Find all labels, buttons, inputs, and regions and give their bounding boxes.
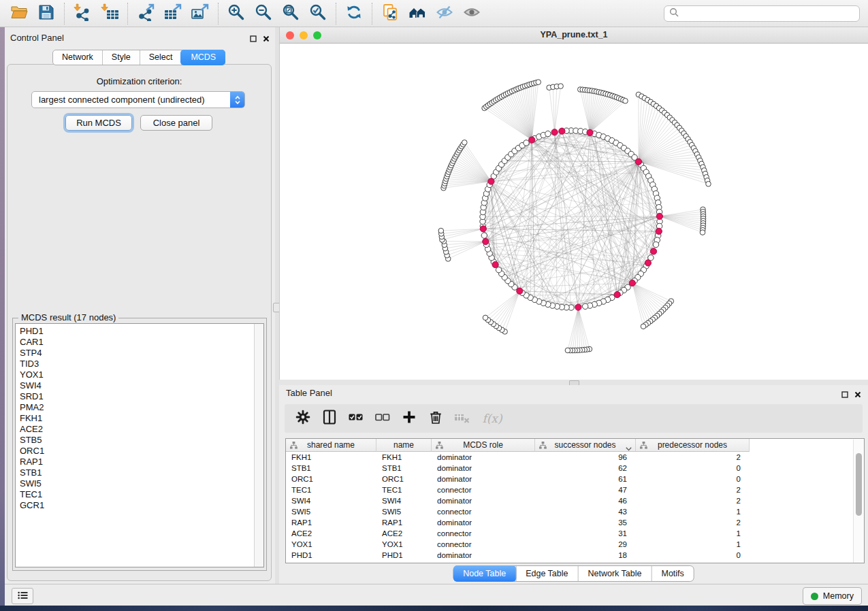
import-table-button[interactable] — [97, 3, 122, 24]
float-panel-icon[interactable] — [841, 389, 848, 401]
zoom-fit-button[interactable] — [278, 3, 303, 24]
zoom-selected-button[interactable] — [306, 3, 330, 24]
table-row[interactable]: SWI4SWI4dominator462 — [286, 495, 750, 506]
refresh-button[interactable] — [342, 3, 366, 24]
hub-node[interactable] — [650, 248, 656, 254]
copy-network-button[interactable] — [378, 3, 402, 24]
zoom-out-button[interactable] — [251, 3, 276, 24]
mcds-result-item[interactable]: YOX1 — [20, 369, 44, 380]
hub-node[interactable] — [575, 304, 581, 310]
hub-node[interactable] — [488, 178, 494, 184]
table-row[interactable]: ORC1ORC1dominator610 — [286, 474, 750, 484]
mcds-result-item[interactable]: ACE2 — [20, 424, 44, 435]
hub-node[interactable] — [656, 213, 662, 219]
column-header-predecessor-nodes[interactable]: predecessor nodes — [636, 439, 750, 452]
hub-node[interactable] — [656, 228, 662, 234]
table-cell: YOX1 — [376, 539, 432, 550]
mcds-result-item[interactable]: STP4 — [20, 348, 44, 359]
hub-node[interactable] — [559, 128, 565, 134]
tab-mcds[interactable]: MCDS — [180, 50, 225, 65]
save-session-button[interactable] — [34, 3, 59, 24]
first-neighbors-button[interactable] — [405, 3, 430, 24]
mcds-result-item[interactable]: PMA2 — [20, 402, 44, 413]
mcds-result-item[interactable]: PHD1 — [20, 326, 44, 337]
hub-node[interactable] — [529, 137, 535, 143]
mcds-result-item[interactable]: GCR1 — [20, 500, 44, 511]
table-row[interactable]: STB1STB1dominator620 — [286, 463, 750, 474]
hub-node[interactable] — [551, 129, 558, 135]
table-row[interactable]: YOX1YOX1connector291 — [286, 539, 750, 550]
hub-node[interactable] — [587, 129, 593, 135]
hub-node[interactable] — [614, 291, 620, 297]
close-panel-icon[interactable] — [263, 33, 270, 45]
float-panel-icon[interactable] — [250, 33, 257, 45]
hub-node[interactable] — [483, 238, 489, 244]
table-row[interactable]: TEC1TEC1connector472 — [286, 484, 750, 495]
delete-button[interactable] — [428, 410, 444, 427]
hub-node[interactable] — [635, 159, 641, 165]
mcds-result-item[interactable]: ORC1 — [20, 446, 44, 457]
criterion-select[interactable]: largest connected component (undirected) — [31, 91, 245, 108]
export-image-button[interactable] — [188, 3, 212, 24]
search-input[interactable] — [683, 8, 854, 19]
mcds-result-item[interactable]: SRD1 — [20, 391, 44, 402]
close-panel-icon[interactable] — [854, 389, 861, 401]
mcds-result-item[interactable]: FKH1 — [20, 413, 44, 424]
column-header-name[interactable]: name — [376, 439, 432, 452]
table-row[interactable]: FKH1FKH1dominator962 — [286, 452, 750, 463]
table-row[interactable]: PHD1PHD1dominator180 — [286, 550, 750, 561]
tab-motifs[interactable]: Motifs — [651, 566, 693, 581]
mcds-result-item[interactable]: RAP1 — [20, 457, 44, 467]
close-panel-button[interactable]: Close panel — [140, 115, 212, 131]
settings-button[interactable] — [295, 410, 311, 427]
network-canvas[interactable] — [280, 44, 868, 380]
mcds-result-item[interactable]: SWI4 — [20, 380, 44, 391]
tab-network-table[interactable]: Network Table — [578, 566, 652, 581]
tab-edge-table[interactable]: Edge Table — [515, 566, 577, 581]
list-scrollbar[interactable] — [254, 324, 263, 567]
show-all-button[interactable] — [460, 3, 484, 24]
task-history-button[interactable] — [12, 588, 33, 604]
tab-select[interactable]: Select — [140, 50, 182, 65]
mcds-result-list[interactable]: PHD1CAR1STP4TID3YOX1SWI4SRD1PMA2FKH1ACE2… — [15, 323, 264, 567]
add-button[interactable] — [401, 410, 417, 427]
memory-label: Memory — [823, 591, 854, 601]
deselect-all-button[interactable] — [374, 410, 391, 427]
horizontal-splitter[interactable] — [279, 380, 868, 385]
mcds-result-item[interactable]: TEC1 — [20, 489, 44, 500]
split-panel-button[interactable] — [321, 410, 338, 427]
column-header-successor-nodes[interactable]: successor nodes — [535, 439, 636, 452]
mcds-result-item[interactable]: CAR1 — [20, 337, 44, 348]
export-table-button[interactable] — [161, 3, 185, 24]
hub-node[interactable] — [492, 261, 498, 267]
zoom-in-button[interactable] — [224, 3, 248, 24]
column-header-shared-name[interactable]: shared name — [286, 439, 376, 452]
export-network-button[interactable] — [133, 3, 158, 24]
mcds-result-item[interactable]: STB5 — [20, 435, 44, 446]
table-row[interactable]: RAP1RAP1dominator352 — [286, 517, 750, 528]
hub-node[interactable] — [480, 226, 486, 232]
select-all-button[interactable] — [348, 410, 364, 427]
network-titlebar[interactable]: YPA_prune.txt_1 — [280, 27, 868, 44]
mcds-result-item[interactable]: SWI5 — [20, 478, 44, 489]
tab-style[interactable]: Style — [102, 50, 140, 65]
table-cell: 2 — [636, 484, 750, 495]
memory-button[interactable]: Memory — [803, 587, 862, 605]
table-row[interactable]: ACE2ACE2connector311 — [286, 528, 750, 539]
table-row[interactable]: SWI5SWI5connector431 — [286, 506, 750, 517]
column-header-MCDS-role[interactable]: MCDS role — [432, 439, 535, 452]
tab-node-table[interactable]: Node Table — [453, 565, 516, 582]
mcds-result-item[interactable]: TID3 — [20, 359, 44, 369]
run-mcds-button[interactable]: Run MCDS — [65, 115, 132, 131]
import-network-button[interactable] — [70, 3, 95, 24]
hide-selected-button[interactable] — [432, 3, 457, 24]
hub-node[interactable] — [645, 260, 651, 266]
open-file-button[interactable] — [7, 3, 31, 24]
hub-node[interactable] — [629, 280, 635, 286]
tab-network[interactable]: Network — [53, 50, 102, 65]
scrollbar-thumb[interactable] — [856, 453, 862, 516]
table-scrollbar[interactable] — [853, 440, 864, 563]
mcds-result-item[interactable]: STB1 — [20, 467, 44, 478]
search-box[interactable] — [664, 5, 860, 22]
hub-node[interactable] — [517, 288, 523, 294]
